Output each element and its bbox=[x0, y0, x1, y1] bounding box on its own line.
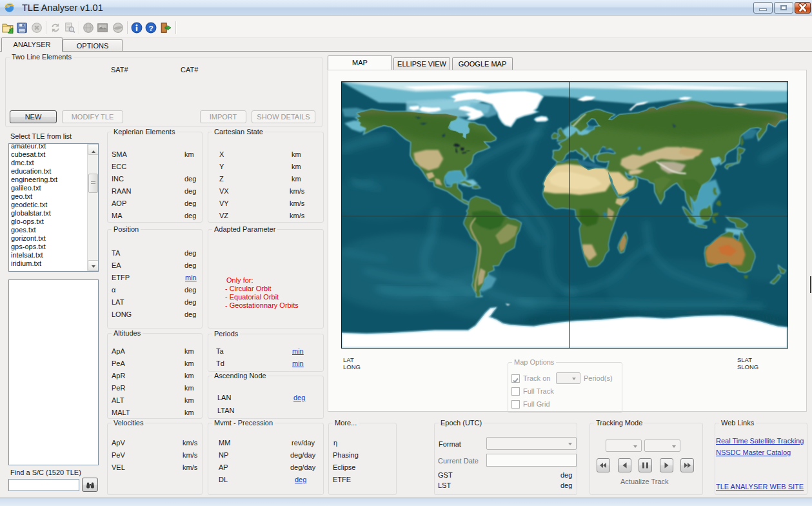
svg-text:?: ? bbox=[148, 24, 153, 33]
